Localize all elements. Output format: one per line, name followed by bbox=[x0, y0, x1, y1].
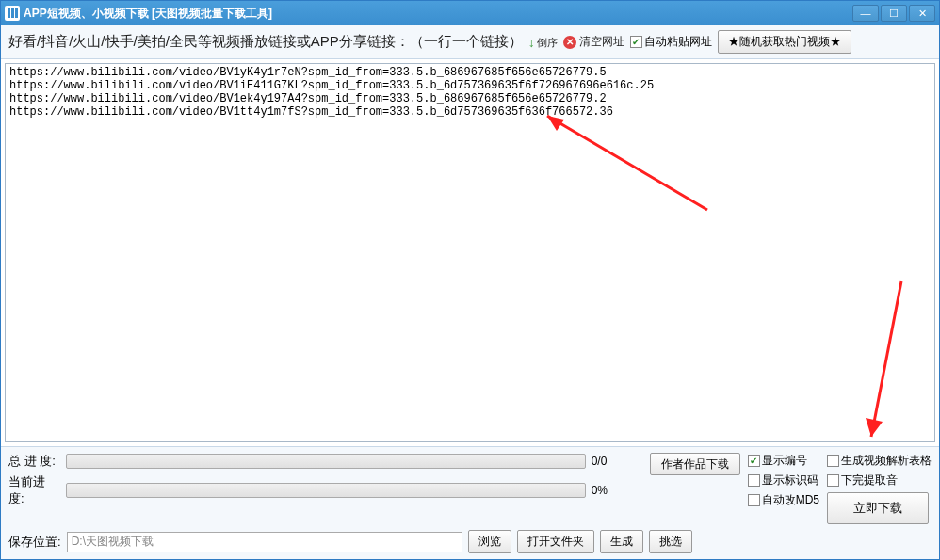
show-idcode-checkbox[interactable]: 显示标识码 bbox=[748, 472, 819, 488]
current-progress-text: 0% bbox=[592, 484, 639, 497]
checkbox-icon bbox=[748, 455, 760, 467]
auto-md5-checkbox[interactable]: 自动改MD5 bbox=[748, 492, 819, 508]
checkbox-icon bbox=[748, 494, 760, 506]
clear-label: 清空网址 bbox=[579, 34, 624, 50]
checkbox-icon bbox=[630, 36, 642, 48]
minimize-button[interactable]: — bbox=[852, 5, 879, 22]
svg-rect-1 bbox=[11, 8, 14, 18]
bottom-panel: 总 进 度: 0/0 当前进度: 0% 作者作品下载 显示编号 bbox=[1, 446, 939, 559]
author-works-button[interactable]: 作者作品下载 bbox=[650, 453, 740, 475]
total-progress-bar bbox=[66, 454, 586, 469]
url-textarea[interactable] bbox=[5, 63, 935, 442]
current-progress-bar bbox=[66, 483, 586, 498]
app-icon bbox=[5, 6, 20, 21]
titlebar: APP短视频、小视频下载 [天图视频批量下载工具] — ☐ ✕ bbox=[1, 1, 939, 25]
open-folder-button[interactable]: 打开文件夹 bbox=[517, 530, 594, 553]
auto-md5-label: 自动改MD5 bbox=[762, 492, 819, 508]
url-area bbox=[1, 59, 939, 446]
sort-arrow-icon: ↓ bbox=[528, 35, 535, 50]
window-controls: — ☐ ✕ bbox=[852, 5, 935, 22]
random-video-button[interactable]: ★随机获取热门视频★ bbox=[718, 30, 851, 54]
checkbox-icon bbox=[827, 455, 839, 467]
app-window: APP短视频、小视频下载 [天图视频批量下载工具] — ☐ ✕ 好看/抖音/火山… bbox=[0, 0, 940, 560]
show-number-label: 显示编号 bbox=[762, 453, 807, 469]
gen-parse-table-label: 生成视频解析表格 bbox=[841, 453, 932, 469]
titlebar-title: APP短视频、小视频下载 [天图视频批量下载工具] bbox=[24, 6, 852, 22]
checkbox-icon bbox=[827, 474, 839, 487]
toolbar-instruction: 好看/抖音/火山/快手/美拍/全民等视频播放链接或APP分享链接：（一行一个链接… bbox=[8, 33, 523, 51]
show-number-checkbox[interactable]: 显示编号 bbox=[748, 453, 819, 469]
clear-x-icon: ✕ bbox=[563, 36, 576, 49]
no-extract-audio-label: 下完提取音 bbox=[841, 472, 898, 488]
svg-rect-2 bbox=[15, 8, 18, 18]
content-area bbox=[1, 59, 939, 446]
toolbar: 好看/抖音/火山/快手/美拍/全民等视频播放链接或APP分享链接：（一行一个链接… bbox=[1, 25, 939, 59]
total-progress-label: 总 进 度: bbox=[8, 453, 60, 470]
total-progress-text: 0/0 bbox=[592, 455, 639, 468]
download-now-button[interactable]: 立即下载 bbox=[827, 492, 929, 524]
no-extract-audio-checkbox[interactable]: 下完提取音 bbox=[827, 472, 932, 488]
savepath-label: 保存位置: bbox=[8, 534, 61, 551]
show-idcode-label: 显示标识码 bbox=[762, 472, 818, 488]
checkbox-icon bbox=[748, 474, 760, 487]
browse-button[interactable]: 浏览 bbox=[468, 530, 511, 553]
clear-urls-button[interactable]: ✕ 清空网址 bbox=[563, 34, 624, 50]
gen-parse-table-checkbox[interactable]: 生成视频解析表格 bbox=[827, 453, 932, 469]
svg-rect-0 bbox=[8, 8, 10, 18]
pick-button[interactable]: 挑选 bbox=[649, 530, 692, 553]
autopaste-checkbox[interactable]: 自动粘贴网址 bbox=[630, 34, 712, 50]
savepath-input[interactable] bbox=[67, 532, 462, 552]
maximize-button[interactable]: ☐ bbox=[881, 5, 907, 22]
generate-button[interactable]: 生成 bbox=[600, 530, 643, 553]
autopaste-label: 自动粘贴网址 bbox=[644, 34, 712, 50]
savepath-row: 保存位置: 浏览 打开文件夹 生成 挑选 bbox=[8, 530, 932, 553]
current-progress-label: 当前进度: bbox=[8, 473, 60, 507]
progress-section: 总 进 度: 0/0 当前进度: 0% bbox=[8, 453, 639, 524]
sort-label: 倒序 bbox=[537, 38, 558, 47]
sort-button[interactable]: ↓ 倒序 bbox=[528, 35, 558, 50]
close-button[interactable]: ✕ bbox=[909, 5, 935, 22]
